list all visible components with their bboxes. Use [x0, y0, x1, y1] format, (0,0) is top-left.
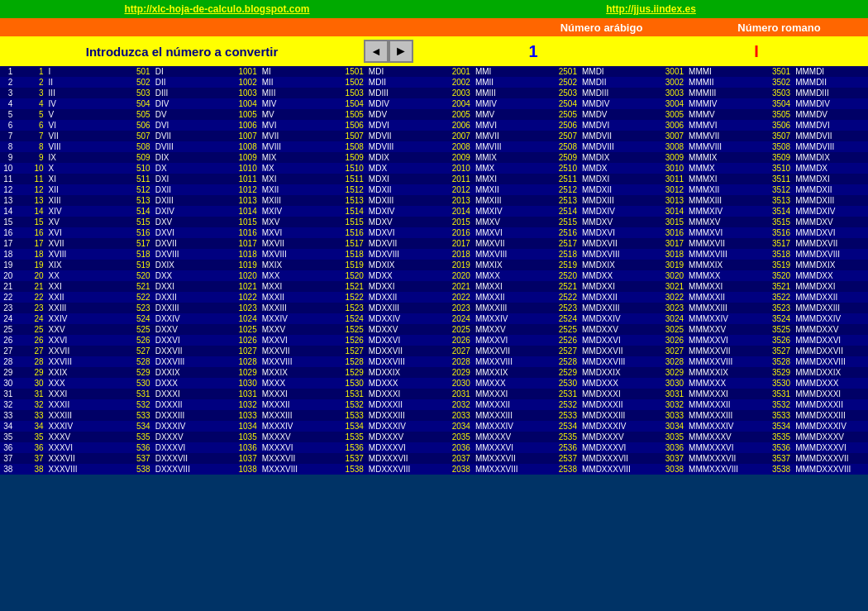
roman-number: DXXXI [153, 389, 228, 399]
arabic-number: 518 [122, 249, 152, 260]
roman-number: DIII [153, 88, 228, 98]
arabic-number: 1022 [228, 292, 259, 303]
arabic-number: 2022 [442, 292, 473, 303]
roman-number: MXXXIV [260, 421, 335, 432]
roman-number: MMMDXXX [793, 378, 868, 389]
roman-number: XII [46, 184, 122, 195]
roman-number: MMXVI [473, 227, 548, 238]
arabic-number: 1519 [336, 260, 366, 270]
arabic-number: 3535 [762, 432, 793, 442]
roman-number: MXVII [260, 238, 335, 249]
arabic-number: 1520 [336, 270, 366, 281]
roman-number: MMXXII [473, 292, 548, 303]
arabic-number: 2002 [442, 77, 473, 88]
table-row: 1010X510DX1010MX1510MDX2010MMX2510MMDX30… [0, 163, 868, 174]
arabic-number: 4 [15, 98, 45, 109]
arabic-number: 3003 [656, 88, 686, 98]
roman-number: MMMXXXVI [686, 442, 761, 453]
roman-number: MMDXXXVI [579, 442, 655, 453]
arabic-number: 522 [122, 292, 152, 303]
roman-number: MXXX [260, 378, 335, 389]
arabic-number: 3508 [762, 141, 793, 152]
roman-number: MMDI [579, 66, 655, 77]
roman-number: MMDXXXVIII [579, 464, 655, 475]
arabic-number: 19 [15, 260, 45, 270]
row-number: 1 [0, 66, 15, 77]
roman-number: DXXXIII [153, 410, 228, 421]
arabic-number: 1526 [336, 335, 366, 346]
arabic-number: 3507 [762, 131, 793, 141]
arabic-number: 1507 [336, 131, 366, 141]
roman-number: MMDXVII [579, 238, 655, 249]
roman-number: XXXVI [46, 442, 122, 453]
arabic-number: 1029 [228, 367, 259, 378]
next-button[interactable]: ► [389, 40, 413, 63]
arabic-number: 1033 [228, 410, 259, 421]
arabic-number: 3537 [762, 453, 793, 464]
arabic-number: 1530 [336, 378, 366, 389]
arabic-number: 3510 [762, 163, 793, 174]
roman-number: MMDXIX [579, 260, 655, 270]
roman-number: MMMXII [686, 184, 761, 195]
roman-number: DXIX [153, 260, 228, 270]
prev-button[interactable]: ◄ [364, 40, 389, 63]
top-bar-left: http://xlc-hoja-de-calculo.blogspot.com [0, 3, 434, 15]
arabic-number: 1025 [228, 324, 259, 335]
arabic-number: 2529 [549, 367, 579, 378]
roman-number: MMMXXVIII [686, 356, 761, 367]
roman-number: MMMXXXIV [686, 421, 761, 432]
roman-number: MMXXIX [473, 367, 548, 378]
roman-number: XXVIII [46, 356, 122, 367]
arabic-number: 3525 [762, 324, 793, 335]
roman-number: XXIX [46, 367, 122, 378]
roman-number: XXXII [46, 399, 122, 410]
arabic-number: 3515 [762, 217, 793, 227]
roman-number: MDXXII [366, 292, 441, 303]
arabic-number: 3008 [656, 141, 686, 152]
arabic-number: 3513 [762, 195, 793, 206]
arabic-number: 524 [122, 313, 152, 324]
roman-number: MMDXII [579, 184, 655, 195]
arabic-number: 3501 [762, 66, 793, 77]
roman-number: MMMXXVI [686, 335, 761, 346]
roman-number: MMII [473, 77, 548, 88]
roman-number: MMXXXII [473, 399, 548, 410]
roman-number: MMXII [473, 184, 548, 195]
arabic-number: 2025 [442, 324, 473, 335]
roman-number: MMMDIII [793, 88, 868, 98]
arabic-number: 2008 [442, 141, 473, 152]
arabic-number: 1037 [228, 453, 259, 464]
table-row: 2828XXVIII528DXXVIII1028MXXVIII1528MDXXV… [0, 356, 868, 367]
left-link[interactable]: http://xlc-hoja-de-calculo.blogspot.com [124, 3, 309, 15]
row-number: 6 [0, 120, 15, 131]
row-number: 30 [0, 378, 15, 389]
arabic-number: 3530 [762, 378, 793, 389]
roman-number: MMXI [473, 174, 548, 184]
right-link[interactable]: http://jjus.iindex.es [606, 3, 696, 15]
roman-number: MX [260, 163, 335, 174]
roman-number: MMMDXXII [793, 292, 868, 303]
roman-number: MMDXXIX [579, 367, 655, 378]
arabic-number: 1515 [336, 217, 366, 227]
roman-number: DXXIII [153, 303, 228, 313]
arabic-number: 2518 [549, 249, 579, 260]
roman-number: MDXII [366, 184, 441, 195]
arabic-number: 1026 [228, 335, 259, 346]
roman-number: MMDXXXI [579, 389, 655, 399]
arabic-number: 537 [122, 453, 152, 464]
arabic-number: 1538 [336, 464, 366, 475]
arabic-number: 512 [122, 184, 152, 195]
arabic-number: 18 [15, 249, 45, 260]
row-number: 37 [0, 453, 15, 464]
conversion-table: 11I501DI1001MI1501MDI2001MMI2501MMDI3001… [0, 66, 868, 475]
header-row: Número arábigo Número romano [0, 18, 868, 36]
row-number: 4 [0, 98, 15, 109]
roman-number: DVIII [153, 141, 228, 152]
roman-number: MMMDXXXVI [793, 442, 868, 453]
arabic-number: 514 [122, 206, 152, 217]
arabic-number: 3025 [656, 324, 686, 335]
roman-number: MDXXXIII [366, 410, 441, 421]
arabic-number: 2510 [549, 163, 579, 174]
roman-number: MXIV [260, 206, 335, 217]
arabic-number: 523 [122, 303, 152, 313]
